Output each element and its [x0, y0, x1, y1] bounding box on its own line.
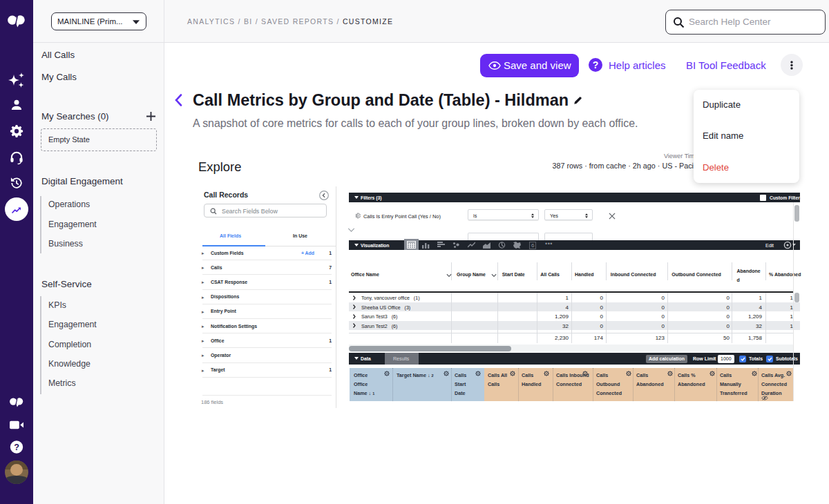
- svg-text:?: ?: [14, 443, 19, 452]
- svg-text:?: ?: [593, 59, 599, 70]
